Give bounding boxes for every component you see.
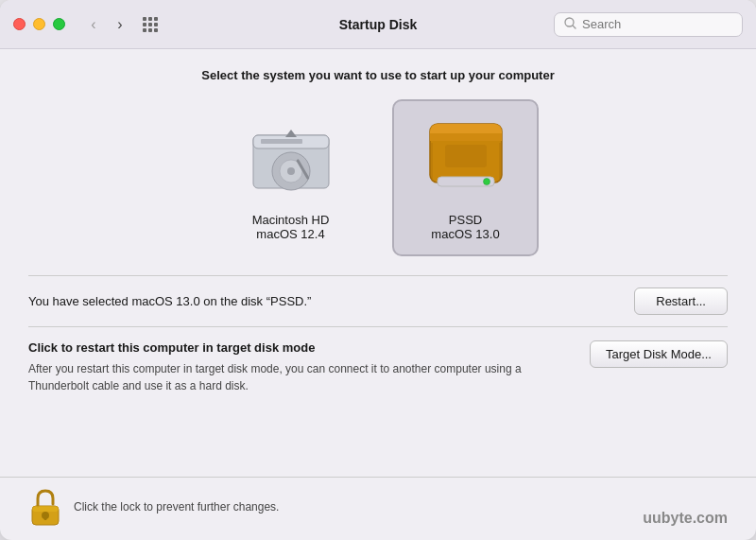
- main-content: Select the system you want to use to sta…: [0, 49, 756, 477]
- svg-rect-12: [430, 133, 502, 141]
- apps-grid-icon[interactable]: [143, 17, 158, 32]
- footer-text: Click the lock to prevent further change…: [74, 500, 279, 514]
- target-title: Click to restart this computer in target…: [28, 340, 571, 355]
- footer: Click the lock to prevent further change…: [0, 477, 756, 540]
- restart-button[interactable]: Restart...: [634, 287, 728, 315]
- svg-marker-9: [285, 130, 297, 137]
- target-disk-mode-button[interactable]: Target Disk Mode...: [590, 340, 728, 368]
- svg-point-7: [287, 167, 295, 175]
- maximize-button[interactable]: [53, 18, 65, 30]
- disk-grid: Macintosh HD macOS 12.4: [28, 99, 728, 256]
- window: ‹ › Startup Disk Select the system you w…: [0, 0, 756, 540]
- target-desc: After you restart this computer in targe…: [28, 360, 571, 394]
- search-input[interactable]: [582, 17, 733, 31]
- ssd-icon: [419, 116, 513, 201]
- close-button[interactable]: [13, 18, 26, 30]
- target-left: Click to restart this computer in target…: [28, 340, 571, 394]
- divider: [28, 326, 728, 327]
- back-button[interactable]: ‹: [82, 13, 105, 36]
- window-title: Startup Disk: [339, 17, 417, 32]
- hdd-icon: [244, 116, 338, 201]
- target-section: Click to restart this computer in target…: [28, 340, 728, 394]
- traffic-lights: [13, 18, 65, 30]
- search-box[interactable]: [554, 12, 743, 37]
- page-subtitle: Select the system you want to use to sta…: [28, 68, 728, 82]
- svg-rect-17: [445, 145, 487, 167]
- disk-os-pssd: macOS 13.0: [431, 227, 499, 241]
- watermark: uubyte.com: [643, 510, 728, 527]
- forward-button[interactable]: ›: [109, 13, 131, 36]
- svg-rect-21: [32, 506, 59, 512]
- titlebar: ‹ › Startup Disk: [0, 0, 756, 49]
- nav-buttons: ‹ ›: [82, 13, 131, 36]
- svg-rect-20: [44, 515, 47, 520]
- lock-icon[interactable]: [28, 487, 62, 527]
- disk-os-macintosh-hd: macOS 12.4: [256, 227, 324, 241]
- disk-name-pssd: PSSD: [449, 213, 482, 227]
- svg-rect-4: [261, 139, 302, 144]
- svg-line-1: [573, 26, 576, 28]
- minimize-button[interactable]: [33, 18, 45, 30]
- svg-point-16: [483, 179, 490, 185]
- disk-name-macintosh-hd: Macintosh HD: [252, 213, 330, 227]
- lock-svg: [28, 487, 62, 529]
- disk-item-macintosh-hd[interactable]: Macintosh HD macOS 12.4: [217, 99, 364, 256]
- disk-item-pssd[interactable]: PSSD macOS 13.0: [392, 99, 539, 256]
- status-text: You have selected macOS 13.0 on the disk…: [28, 294, 311, 308]
- search-icon: [564, 17, 576, 32]
- status-row: You have selected macOS 13.0 on the disk…: [28, 275, 728, 326]
